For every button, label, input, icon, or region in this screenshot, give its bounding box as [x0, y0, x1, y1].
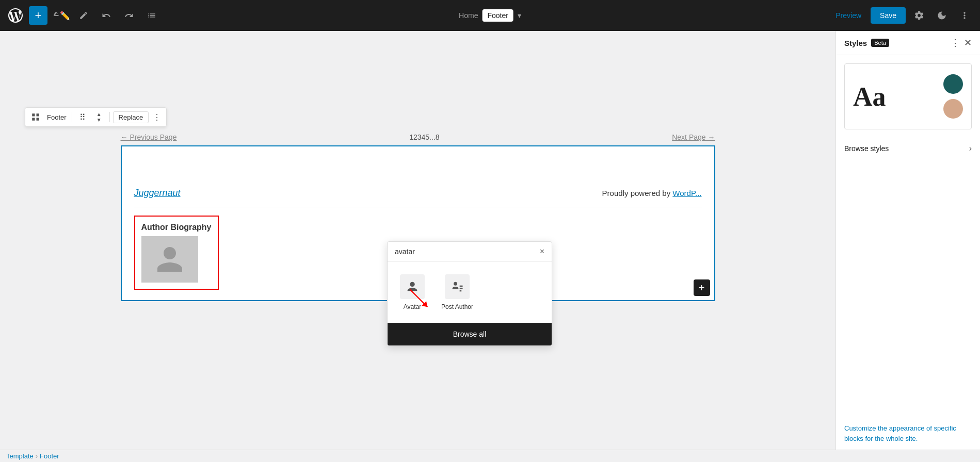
- status-footer-link[interactable]: Footer: [40, 452, 59, 460]
- next-page-button[interactable]: Next Page →: [672, 133, 715, 141]
- author-bio-section: Author Biography: [134, 216, 219, 290]
- status-separator: ›: [36, 452, 38, 460]
- breadcrumb-nav: Home Footer ▾: [459, 9, 521, 22]
- color-dot-teal: [943, 74, 963, 94]
- post-author-block-icon: [445, 274, 470, 299]
- svg-rect-8: [460, 286, 463, 287]
- breadcrumb-chevron-icon[interactable]: ▾: [518, 11, 521, 20]
- wp-logo[interactable]: [6, 6, 25, 25]
- pagination-numbers: 12345...8: [409, 133, 439, 141]
- author-avatar-placeholder: [141, 236, 198, 283]
- inserter-clear-button[interactable]: ×: [540, 247, 544, 256]
- redo-button[interactable]: [120, 6, 138, 25]
- avatar-block-label: Avatar: [404, 303, 421, 310]
- post-author-block-label: Post Author: [441, 303, 473, 310]
- browse-all-button[interactable]: Browse all: [388, 323, 552, 345]
- author-bio-title: Author Biography: [141, 223, 212, 232]
- add-block-button[interactable]: +: [29, 6, 47, 25]
- style-preview-font: Aa: [853, 81, 886, 112]
- block-inserter-popup: × Avatar: [387, 241, 552, 346]
- svg-point-4: [410, 282, 414, 287]
- footer-logo-link[interactable]: Juggernaut: [134, 188, 181, 199]
- pagination-bar: ← Previous Page 12345...8 Next Page →: [108, 129, 728, 145]
- save-button[interactable]: Save: [871, 7, 906, 24]
- browse-styles-label: Browse styles: [844, 144, 889, 153]
- inserter-search-input[interactable]: [395, 248, 536, 256]
- footer-powered-text: Proudly powered by WordP...: [602, 189, 702, 197]
- overflow-menu-button[interactable]: [955, 6, 974, 25]
- main-area: Footer ⠿ ▲▼ Replace ⋮ ← Previous Page 12…: [0, 31, 980, 450]
- sidebar-close-button[interactable]: ✕: [964, 37, 972, 48]
- toolbar-right: Preview Save: [830, 6, 974, 25]
- replace-button[interactable]: Replace: [113, 111, 149, 123]
- footer-bottom-row: Juggernaut Proudly powered by WordP...: [134, 188, 702, 207]
- sidebar-bottom-text: Customize the appearance of specific blo…: [836, 279, 980, 450]
- svg-rect-10: [460, 290, 462, 291]
- breadcrumb-current[interactable]: Footer: [482, 9, 513, 22]
- sidebar-header: Styles Beta ⋮ ✕: [836, 31, 980, 55]
- settings-button[interactable]: [910, 6, 928, 25]
- style-preview[interactable]: Aa: [844, 63, 972, 129]
- sidebar-title: Styles: [844, 39, 867, 47]
- status-template-link[interactable]: Template: [6, 452, 34, 460]
- right-sidebar: Styles Beta ⋮ ✕ Aa Browse styles › ×: [836, 31, 980, 450]
- inserter-avatar-block[interactable]: Avatar: [396, 270, 429, 315]
- svg-point-7: [454, 282, 457, 286]
- svg-rect-0: [32, 113, 35, 116]
- main-toolbar: + ✏️ Home Footer ▾ Preview Save: [0, 0, 980, 31]
- block-toolbar-label: Footer: [45, 113, 69, 121]
- editor-canvas[interactable]: Footer ⠿ ▲▼ Replace ⋮ ← Previous Page 12…: [0, 31, 836, 450]
- block-type-icon[interactable]: [28, 110, 43, 124]
- prev-page-button[interactable]: ← Previous Page: [121, 133, 177, 141]
- sep2: [109, 112, 110, 122]
- inserter-search-row: ×: [388, 242, 552, 262]
- inserter-results: Avatar: [388, 262, 552, 323]
- status-bar: Template › Footer: [0, 450, 980, 462]
- svg-rect-2: [32, 118, 35, 121]
- move-up-button[interactable]: ▲▼: [92, 110, 106, 124]
- inserter-post-author-block[interactable]: Post Author: [437, 270, 477, 315]
- block-toolbar-separator: [72, 112, 72, 122]
- drag-handle-icon[interactable]: ⠿: [75, 110, 90, 124]
- block-more-button[interactable]: ⋮: [151, 112, 163, 122]
- svg-rect-3: [37, 118, 39, 121]
- svg-marker-6: [422, 301, 427, 307]
- avatar-block-icon: [400, 274, 425, 299]
- breadcrumb-home[interactable]: Home: [459, 11, 478, 20]
- add-block-canvas-button[interactable]: +: [694, 279, 710, 296]
- sidebar-more-button[interactable]: ⋮: [951, 37, 960, 48]
- browse-styles-chevron-icon: ›: [969, 144, 972, 153]
- tools-button[interactable]: ✏️: [52, 6, 70, 25]
- browse-styles-row[interactable]: Browse styles ›: [836, 138, 980, 159]
- block-toolbar: Footer ⠿ ▲▼ Replace ⋮: [25, 107, 167, 127]
- sidebar-header-right: ⋮ ✕: [951, 37, 972, 48]
- svg-rect-9: [460, 288, 463, 289]
- preview-button[interactable]: Preview: [830, 8, 866, 23]
- theme-toggle-button[interactable]: [933, 6, 951, 25]
- list-view-button[interactable]: [142, 6, 161, 25]
- undo-button[interactable]: [97, 6, 116, 25]
- style-color-palette: [943, 74, 963, 119]
- color-dot-peach: [943, 99, 963, 119]
- sidebar-beta-badge: Beta: [871, 39, 889, 47]
- edit-button[interactable]: [74, 6, 93, 25]
- svg-rect-1: [37, 113, 39, 116]
- footer-wordpress-link[interactable]: WordP...: [672, 189, 701, 197]
